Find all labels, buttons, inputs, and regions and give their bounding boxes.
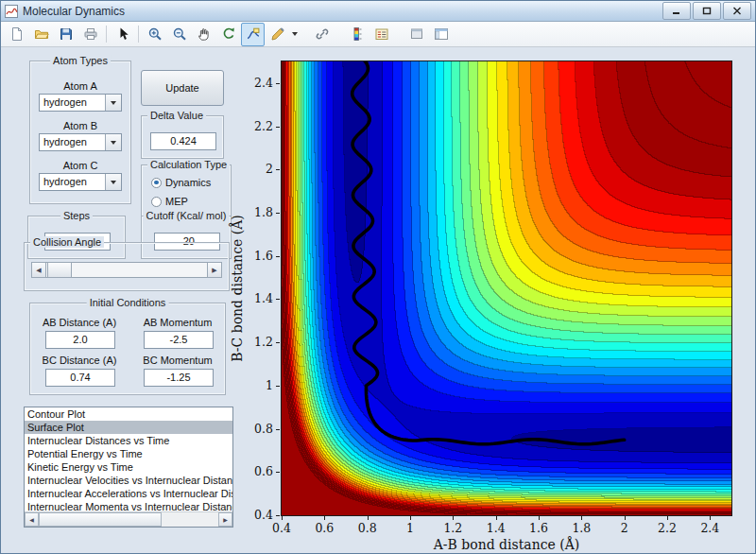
collision-angle-slider[interactable]: ◀ ▶ (31, 262, 222, 278)
y-tick-label: 2 (239, 162, 273, 176)
atom-a-dropdown[interactable]: hydrogen (39, 94, 122, 112)
ab-momentum-field[interactable]: -2.5 (144, 331, 214, 349)
y-tick-mark (276, 169, 280, 170)
plot-type-listbox[interactable]: Contour Plot Surface Plot Internuclear D… (24, 407, 233, 528)
window-title: Molecular Dynamics (23, 5, 125, 18)
brush-dropdown-arrow-icon[interactable] (290, 24, 299, 45)
y-tick-mark (276, 342, 280, 343)
x-tick-mark (667, 516, 668, 520)
contour-canvas[interactable] (282, 61, 731, 515)
ab-distance-field[interactable]: 2.0 (45, 331, 115, 349)
app-icon (5, 5, 18, 18)
open-file-icon[interactable] (29, 23, 53, 46)
scroll-left-arrow-icon[interactable]: ◀ (25, 512, 39, 527)
y-tick-label: 2.2 (239, 119, 273, 133)
list-item-selected[interactable]: Surface Plot (25, 421, 232, 434)
x-tick-mark (324, 516, 325, 520)
atom-c-value: hydrogen (43, 176, 87, 187)
y-tick-label: 0.8 (239, 422, 273, 436)
x-tick-mark (368, 516, 369, 520)
list-item[interactable]: Contour Plot (25, 407, 232, 421)
y-tick-mark (276, 213, 280, 214)
chevron-down-icon[interactable] (105, 174, 121, 190)
y-tick-mark (276, 429, 280, 430)
list-item[interactable]: Internuclear Velocities vs Internuclear … (25, 474, 232, 487)
bc-momentum-field[interactable]: -1.25 (144, 369, 214, 387)
y-tick-mark (276, 127, 280, 128)
chevron-down-icon[interactable] (105, 134, 121, 150)
ab-distance-label: AB Distance (A) (32, 317, 127, 328)
y-tick-label: 1 (239, 378, 273, 392)
radio-selected-icon (151, 178, 162, 188)
save-figure-icon[interactable] (54, 23, 77, 46)
hide-plot-tools-icon[interactable] (404, 23, 428, 46)
x-tick-mark (581, 516, 582, 520)
slider-right-arrow-icon[interactable]: ▶ (207, 262, 222, 278)
x-tick-label: 0.4 (272, 521, 291, 535)
minimize-button[interactable] (662, 2, 691, 20)
listbox-hscrollbar[interactable]: ◀ ▶ (25, 511, 232, 527)
atom-types-panel: Atom Types Atom A hydrogen Atom B hydrog… (29, 61, 131, 204)
x-tick-mark (539, 516, 540, 520)
app-window: Molecular Dynamics (0, 0, 756, 554)
y-tick-label: 1.6 (239, 249, 273, 263)
y-tick-label: 0.4 (239, 508, 273, 522)
chevron-down-icon[interactable] (105, 95, 121, 111)
initial-conditions-title: Initial Conditions (87, 297, 169, 308)
insert-colorbar-icon[interactable] (345, 23, 369, 46)
maximize-button[interactable] (693, 2, 721, 20)
y-tick-mark (276, 515, 280, 516)
mep-radio-button[interactable]: MEP (151, 196, 188, 207)
atom-c-dropdown[interactable]: hydrogen (39, 173, 122, 191)
y-tick-mark (276, 256, 280, 257)
x-tick-label: 2.2 (658, 521, 677, 535)
scrollbar-thumb[interactable] (39, 512, 162, 527)
brush-icon[interactable] (266, 23, 289, 46)
x-tick-mark (496, 516, 497, 520)
figure-area: Atom Types Atom A hydrogen Atom B hydrog… (1, 47, 755, 553)
slider-thumb[interactable] (47, 262, 72, 278)
new-figure-icon[interactable] (5, 23, 28, 46)
initial-conditions-panel: Initial Conditions AB Distance (A) AB Mo… (29, 303, 226, 395)
data-cursor-icon[interactable] (241, 23, 265, 46)
delta-value-title: Delta Value (147, 110, 206, 121)
x-tick-label: 1.4 (487, 521, 506, 535)
bc-distance-field[interactable]: 0.74 (45, 369, 115, 387)
atom-a-value: hydrogen (43, 96, 87, 108)
print-figure-icon[interactable] (78, 23, 102, 46)
y-tick-label: 0.6 (239, 464, 273, 478)
slider-left-arrow-icon[interactable]: ◀ (31, 262, 46, 278)
cutoff-title: Cutoff (Kcal/ mol) (144, 210, 230, 221)
delta-value-field[interactable]: 0.424 (150, 132, 216, 150)
list-item[interactable]: Kinetic Energy vs Time (25, 460, 232, 474)
titlebar[interactable]: Molecular Dynamics (1, 1, 755, 22)
show-plot-tools-icon[interactable] (429, 23, 453, 46)
y-tick-label: 2.4 (239, 76, 273, 90)
y-tick-mark (276, 83, 280, 84)
zoom-out-icon[interactable] (167, 23, 191, 46)
rotate-3d-icon[interactable] (216, 23, 240, 46)
y-tick-mark (276, 386, 280, 387)
x-tick-mark (410, 516, 411, 520)
x-tick-mark (710, 516, 711, 520)
update-button[interactable]: Update (141, 70, 224, 106)
edit-plot-icon[interactable] (111, 23, 134, 46)
scroll-right-arrow-icon[interactable]: ▶ (218, 512, 232, 527)
atom-c-label: Atom C (30, 160, 130, 171)
bc-distance-label: BC Distance (A) (32, 355, 127, 366)
x-tick-label: 0.6 (315, 521, 334, 535)
list-item[interactable]: Potential Energy vs Time (25, 447, 232, 460)
dynamics-radio-button[interactable]: Dynamics (151, 177, 211, 188)
x-tick-label: 1 (406, 521, 414, 535)
zoom-in-icon[interactable] (143, 23, 166, 46)
pan-icon[interactable] (192, 23, 215, 46)
list-item[interactable]: Internuclear Accelerations vs Internucle… (25, 487, 232, 500)
toolbar (1, 22, 755, 47)
atom-b-dropdown[interactable]: hydrogen (39, 133, 122, 151)
delta-value-panel: Delta Value 0.424 (141, 115, 224, 159)
link-plot-icon[interactable] (310, 23, 334, 46)
insert-legend-icon[interactable] (369, 23, 393, 46)
close-button[interactable] (723, 2, 751, 20)
list-item[interactable]: Internuclear Distances vs Time (25, 434, 232, 447)
collision-angle-title: Collision Angle (30, 236, 104, 248)
